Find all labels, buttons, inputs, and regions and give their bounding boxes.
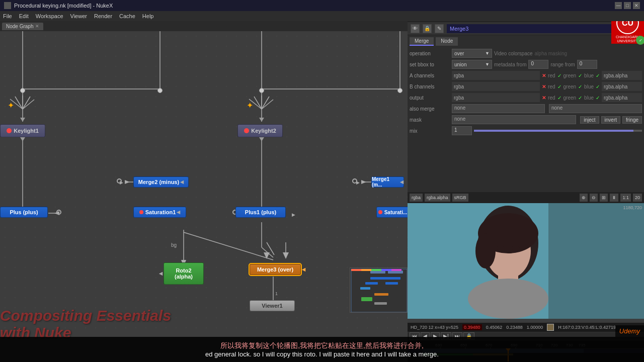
dot-node-tl2[interactable]: [157, 88, 163, 93]
out-red-check[interactable]: ✓: [557, 95, 561, 101]
prop-sub-tab-node[interactable]: Node: [436, 37, 458, 46]
dot-node-tr2[interactable]: [397, 88, 403, 93]
prop-bbox-dropdown[interactable]: union ▼: [452, 60, 492, 69]
close-button[interactable]: ✕: [633, 2, 640, 9]
prop-operation-dropdown[interactable]: over ▼: [452, 49, 492, 58]
out-blue-check[interactable]: ✓: [596, 95, 600, 101]
inject-button[interactable]: inject: [580, 116, 599, 124]
prop-bbox-label: set bbox to: [410, 62, 450, 67]
minimize-button[interactable]: —: [615, 2, 622, 9]
svg-line-23: [262, 97, 269, 109]
viewer-pause[interactable]: ⏸: [610, 194, 618, 202]
prop-bchannels-bar[interactable]: rgba: [452, 82, 540, 91]
prop-range-input[interactable]: 0: [577, 60, 597, 69]
roto2-label: Roto2 (alpha): [175, 267, 193, 280]
merge3-node[interactable]: Merge3 (over) ◀: [250, 264, 301, 275]
merge2-node[interactable]: Merge2 (minus) ◀: [133, 176, 189, 188]
prop-mix-slider[interactable]: [474, 130, 642, 132]
viewer-rgba-btn[interactable]: rgba: [410, 194, 423, 202]
subtitle-chinese: 所以我将复制这个轮播图,我将把它粘贴在这里,然后我将进行合并,: [220, 341, 424, 350]
saturation1-node[interactable]: Saturation1 ◀: [133, 207, 186, 218]
menu-cache[interactable]: Cache: [119, 13, 135, 19]
saturation2-node[interactable]: Saturati...: [376, 207, 408, 218]
a-blue-check[interactable]: ✓: [596, 73, 600, 78]
b-blue-check[interactable]: ✓: [596, 84, 600, 89]
keylight2-node[interactable]: Keylight2: [237, 124, 283, 137]
a-red-check[interactable]: ✓: [557, 73, 561, 78]
viewer-zoom-in[interactable]: ⊕: [580, 194, 588, 202]
node-graph[interactable]: 1 Keylight1 Merge2 (minus) ◀ Keylight2 M…: [0, 31, 408, 338]
a-green-check[interactable]: ✓: [578, 73, 582, 78]
prop-btn-lock[interactable]: 🔒: [423, 24, 432, 33]
tab-close-icon[interactable]: ✕: [35, 24, 39, 29]
prop-btn-eye[interactable]: 👁: [411, 24, 420, 33]
plus-node[interactable]: Plus (plus): [0, 207, 48, 218]
viewer-person-svg: [408, 203, 644, 319]
starburst-left: ✦: [8, 101, 14, 110]
prop-output-x[interactable]: ✕: [542, 95, 546, 101]
viewer-color-swatch: [547, 324, 554, 331]
svg-rect-48: [361, 297, 372, 301]
fringe-button[interactable]: fringe: [622, 116, 642, 124]
window-title: Procedural keying.nk [modified] - NukeX: [14, 3, 113, 9]
plus1-node[interactable]: Plus1 (plus): [235, 207, 286, 218]
b-green-check[interactable]: ✓: [578, 84, 582, 89]
prop-achannels-bar[interactable]: rgba: [452, 71, 540, 80]
merge3-label: Merge3 (over): [257, 266, 293, 273]
viewer-ratio[interactable]: 1:1: [620, 194, 631, 202]
menu-file[interactable]: File: [3, 13, 12, 19]
menu-edit[interactable]: Edit: [19, 13, 29, 19]
dot-plus-left[interactable]: [56, 210, 61, 215]
viewer-srgb-btn[interactable]: sRGB: [452, 194, 468, 202]
prop-toolbar: 👁 🔒 ✎ Merge3 ⊞ ★: [408, 22, 644, 35]
menu-help[interactable]: Help: [142, 13, 154, 19]
prop-bchannels-x[interactable]: ✕: [542, 84, 546, 89]
tab-nodegraph[interactable]: Node Graph ✕: [2, 23, 43, 30]
merge1-node[interactable]: Merge1 (m... ◀: [371, 176, 404, 188]
prop-achannels-x[interactable]: ✕: [542, 73, 546, 78]
prop-output-alpha-bar[interactable]: rgba.alpha: [602, 93, 642, 102]
subtitle-bar: 所以我将复制这个轮播图,我将把它粘贴在这里,然后我将进行合并, ed gener…: [0, 337, 644, 362]
b-red-check[interactable]: ✓: [557, 84, 561, 89]
menu-workspace[interactable]: Workspace: [36, 13, 63, 19]
keylight1-node[interactable]: Keylight1: [0, 124, 45, 137]
minimap-content: [350, 268, 407, 312]
viewer-zoom-out[interactable]: ⊖: [590, 194, 598, 202]
menu-render[interactable]: Render: [94, 13, 112, 19]
svg-rect-56: [391, 269, 401, 271]
menubar: File Edit Workspace Viewer Render Cache …: [0, 11, 644, 21]
prop-node-name-field[interactable]: Merge3: [447, 24, 617, 33]
bottom-logo-overlay: Compositing Essentials with Nuke: [0, 312, 201, 337]
prop-mask-dropdown[interactable]: none: [452, 115, 576, 124]
viewer-fit[interactable]: ⊞: [600, 194, 608, 202]
minimap[interactable]: [350, 267, 408, 313]
prop-alsomerge-dropdown2[interactable]: none: [549, 104, 642, 113]
prop-sub-tab-merge[interactable]: Merge: [410, 37, 434, 46]
viewer-toolbar: rgba rgba.alpha sRGB ⊕ ⊖ ⊞ ⏸ 1:1 20: [408, 192, 644, 203]
svg-rect-43: [388, 277, 400, 280]
dot-node-tr1[interactable]: [259, 88, 264, 93]
prop-achannels-alpha-bar[interactable]: rgba.alpha: [602, 71, 642, 80]
out-green-check[interactable]: ✓: [578, 95, 582, 101]
dot-node-tl1[interactable]: [20, 88, 25, 93]
a-green-label: green: [564, 73, 577, 78]
prop-btn-pencil[interactable]: ✎: [435, 24, 444, 33]
menu-viewer[interactable]: Viewer: [70, 13, 87, 19]
alpha-masking-label: alpha masking: [535, 51, 567, 56]
svg-rect-49: [374, 302, 387, 305]
titlebar: Procedural keying.nk [modified] - NukeX …: [0, 0, 644, 11]
prop-output-bar[interactable]: rgba: [452, 93, 540, 102]
roto2-node[interactable]: Roto2 (alpha) ◀: [164, 262, 204, 285]
svg-marker-35: [283, 252, 289, 259]
prop-bchannels-row: B channels rgba ✕ red ✓ green ✓ blue ✓ r…: [410, 82, 642, 91]
viewer-frames[interactable]: 20: [633, 194, 642, 202]
viewer1-node[interactable]: Viewer1: [250, 300, 295, 311]
prop-metadata-input[interactable]: 0: [528, 60, 548, 69]
prop-bchannels-alpha-bar[interactable]: rgba.alpha: [602, 82, 642, 91]
invert-button[interactable]: invert: [601, 116, 620, 124]
prop-mix-value[interactable]: 1: [452, 126, 472, 135]
merge1-label: Merge1 (m...: [372, 176, 399, 188]
prop-alsomerge-dropdown1[interactable]: none: [452, 104, 545, 113]
maximize-button[interactable]: □: [624, 2, 631, 9]
viewer-rgba-alpha-btn[interactable]: rgba.alpha: [425, 194, 450, 202]
